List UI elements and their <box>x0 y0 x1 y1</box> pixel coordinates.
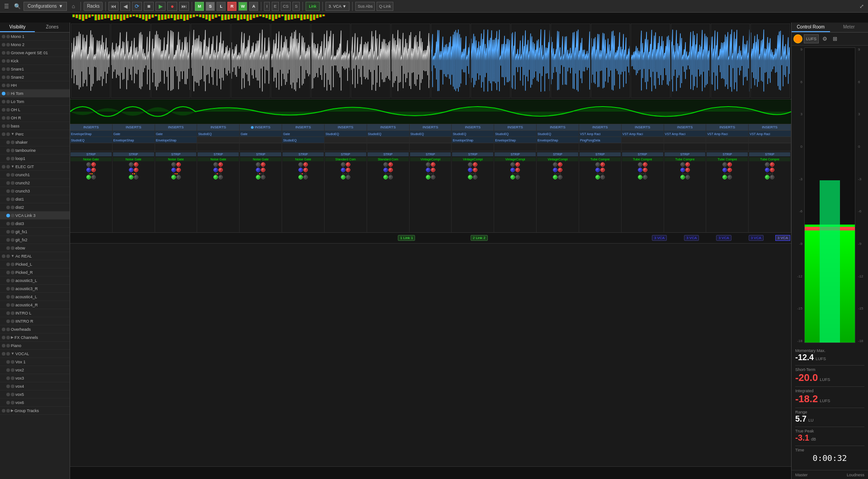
sidebar-dot-vis-7[interactable] <box>2 92 5 95</box>
ie-cs-btn[interactable]: CS <box>281 2 291 11</box>
knob-13[interactable] <box>643 162 647 167</box>
knob-16[interactable] <box>765 162 769 167</box>
insert-slot-2-0[interactable]: Gate <box>155 131 197 137</box>
strip-plugin-9[interactable]: VintageCompi <box>452 157 493 161</box>
knob2-0[interactable] <box>86 168 91 172</box>
knob3-6[interactable] <box>346 175 350 179</box>
sidebar-dot-en-23[interactable] <box>11 222 14 225</box>
sidebar-dot-en-43[interactable] <box>11 385 14 388</box>
insert-slot-10-1[interactable]: EnvelopeShap <box>494 137 536 143</box>
knob3-5[interactable] <box>298 175 303 179</box>
insert-slot-15-0[interactable]: VST Amp Raci <box>706 131 748 137</box>
sidebar-item-18[interactable]: crunch2 <box>0 179 70 187</box>
ffwd-btn[interactable]: ⏭ <box>179 2 189 11</box>
sidebar-dot-vis-2[interactable] <box>2 51 5 55</box>
strip-plugin-1[interactable]: Noise Gate <box>113 157 154 161</box>
sidebar-dot-vis-42[interactable] <box>6 376 10 380</box>
cycle-btn[interactable]: ⟳ <box>132 2 142 11</box>
knob3-7[interactable] <box>388 175 393 179</box>
sidebar-dot-en-22[interactable] <box>11 214 14 217</box>
knob2-7[interactable] <box>383 168 388 172</box>
knob2-6[interactable] <box>341 168 345 172</box>
strip-plugin-16[interactable]: Tube Compre <box>749 157 790 161</box>
sidebar-dot-en-45[interactable] <box>11 401 14 404</box>
meter-indicator-btn[interactable] <box>793 34 802 43</box>
sidebar-dot-vis-6[interactable] <box>2 84 5 87</box>
knob2-11[interactable] <box>558 168 562 172</box>
sidebar-item-8[interactable]: Lo Tom <box>0 98 70 106</box>
strip-plugin-13[interactable]: Tube Compre <box>622 157 663 161</box>
knob-10[interactable] <box>510 162 515 167</box>
sidebar-item-34[interactable]: INTRO L <box>0 309 70 317</box>
knob3-6[interactable] <box>341 175 345 179</box>
sidebar-dot-en-8[interactable] <box>6 100 10 103</box>
knob-3[interactable] <box>213 162 218 167</box>
sidebar-item-11[interactable]: bass <box>0 122 70 130</box>
knob2-14[interactable] <box>685 168 690 172</box>
knob2-6[interactable] <box>346 168 350 172</box>
knob3-14[interactable] <box>685 175 690 179</box>
knob2-12[interactable] <box>600 168 605 172</box>
mode-a-btn[interactable]: A <box>249 2 258 11</box>
sidebar-item-22[interactable]: VCA Link 3 <box>0 211 70 220</box>
sidebar-item-43[interactable]: vox4 <box>0 382 70 390</box>
sidebar-item-10[interactable]: OH R <box>0 114 70 122</box>
knob-5[interactable] <box>298 162 303 167</box>
sidebar-item-35[interactable]: IINTRO R <box>0 317 70 325</box>
search-icon[interactable]: 🔍 <box>13 2 22 11</box>
strip-plugin-12[interactable]: Tube Compre <box>580 157 621 161</box>
sidebar-dot-vis-0[interactable] <box>2 35 5 38</box>
sidebar-dot-vis-22[interactable] <box>6 214 10 217</box>
insert-slot-1-0[interactable]: Gate <box>113 131 155 137</box>
knob3-9[interactable] <box>468 175 472 179</box>
sidebar-dot-en-24[interactable] <box>11 230 14 234</box>
knob2-10[interactable] <box>510 168 515 172</box>
knob3-5[interactable] <box>303 175 308 179</box>
sidebar-dot-en-7[interactable] <box>6 92 10 95</box>
sidebar-dot-vis-34[interactable] <box>6 311 10 315</box>
insert-slot-5-0[interactable]: Gate <box>282 131 324 137</box>
knob3-3[interactable] <box>213 175 218 179</box>
sidebar-dot-en-11[interactable] <box>6 124 10 128</box>
sidebar-item-14[interactable]: tambourine <box>0 146 70 155</box>
knob3-7[interactable] <box>383 175 388 179</box>
sidebar-dot-vis-1[interactable] <box>2 43 5 47</box>
sidebar-dot-en-20[interactable] <box>11 197 14 201</box>
sidebar-dot-vis-11[interactable] <box>2 124 5 128</box>
knob2-4[interactable] <box>261 168 265 172</box>
knob-12[interactable] <box>600 162 605 167</box>
knob2-3[interactable] <box>213 168 218 172</box>
knob2-13[interactable] <box>638 168 642 172</box>
knob3-15[interactable] <box>722 175 727 179</box>
knob2-12[interactable] <box>595 168 600 172</box>
sidebar-item-19[interactable]: crunch3 <box>0 187 70 195</box>
sidebar-dot-en-39[interactable] <box>6 352 10 356</box>
sidebar-item-27[interactable]: ▼Ac REAL <box>0 252 70 260</box>
knob3-4[interactable] <box>256 175 260 179</box>
sidebar-dot-vis-40[interactable] <box>6 360 10 364</box>
mode-r-btn[interactable]: R <box>227 2 236 11</box>
strip-plugin-14[interactable]: Tube Compre <box>665 157 706 161</box>
racks-btn[interactable]: Racks <box>84 2 103 11</box>
insert-slot-6-1[interactable] <box>325 137 367 143</box>
sidebar-item-36[interactable]: Overheads <box>0 325 70 333</box>
sidebar-dot-en-35[interactable] <box>11 319 14 323</box>
knob2-4[interactable] <box>256 168 260 172</box>
knob-6[interactable] <box>346 162 350 167</box>
knob3-2[interactable] <box>176 175 181 179</box>
knob-0[interactable] <box>86 162 91 167</box>
sidebar-dot-vis-5[interactable] <box>2 75 5 79</box>
insert-slot-13-0[interactable]: VST Amp Raci <box>622 131 664 137</box>
knob3-16[interactable] <box>765 175 769 179</box>
sidebar-dot-en-13[interactable] <box>11 141 14 144</box>
sidebar-dot-en-32[interactable] <box>11 295 14 299</box>
sidebar-dot-vis-32[interactable] <box>6 295 10 299</box>
sidebar-dot-en-26[interactable] <box>11 246 14 250</box>
sidebar-dot-vis-35[interactable] <box>6 319 10 323</box>
strip-plugin-8[interactable]: VintageCompi <box>410 157 451 161</box>
sidebar-dot-vis-27[interactable] <box>2 254 5 258</box>
sidebar-item-25[interactable]: git_fx2 <box>0 236 70 244</box>
knob3-14[interactable] <box>680 175 685 179</box>
knob2-11[interactable] <box>553 168 557 172</box>
sidebar-item-38[interactable]: Piano <box>0 342 70 350</box>
